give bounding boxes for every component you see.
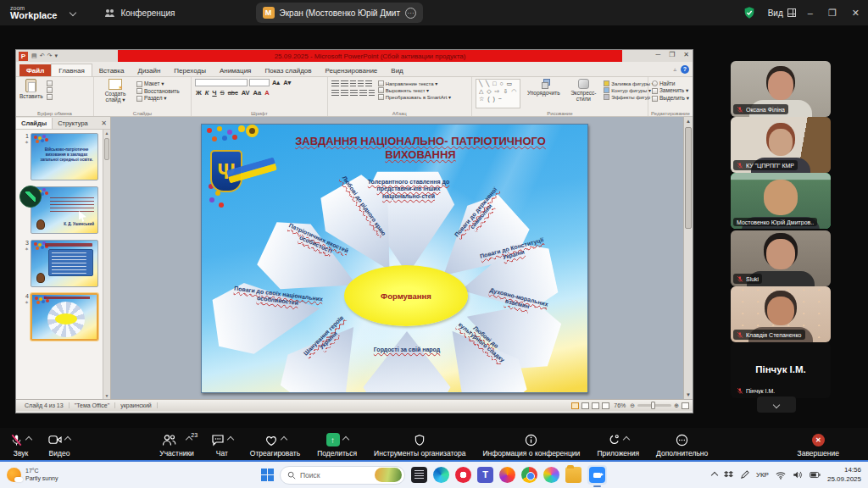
participant-tile[interactable]: КУ "ЦПРПП" КМР [731, 117, 831, 173]
taskbar-app-chrome[interactable] [521, 467, 537, 483]
columns-button[interactable] [369, 90, 375, 97]
taskbar-app-zoom-active[interactable] [587, 465, 607, 485]
zoom-in-button[interactable]: ⊕ [674, 402, 679, 409]
numbering-button[interactable] [341, 80, 348, 87]
ribbon-tab-review[interactable]: Рецензирование [319, 64, 385, 76]
ribbon-tab-file[interactable]: Файл [19, 64, 51, 76]
quick-styles-button[interactable]: Экспресс-стили [566, 79, 600, 108]
security-shield-icon[interactable] [743, 6, 756, 19]
justify-button[interactable] [359, 90, 367, 97]
font-name-select[interactable] [195, 79, 248, 86]
text-direction-button[interactable]: Направление текста ▾ [378, 80, 451, 86]
shadow-button[interactable]: abc [227, 89, 239, 97]
find-button[interactable]: Найти [652, 80, 689, 86]
shrink-font-button[interactable]: A▾ [282, 79, 292, 86]
convert-smartart-button[interactable]: Преобразовать в SmartArt ▾ [378, 94, 451, 100]
language-switcher[interactable]: УКР [756, 471, 769, 479]
ppt-minimize-button[interactable]: ─ [655, 51, 660, 58]
ribbon-tab-insert[interactable]: Вставка [92, 64, 131, 76]
chat-button[interactable]: Чат [209, 431, 235, 458]
language-indicator[interactable]: украинский [115, 402, 158, 408]
fit-to-window-button[interactable] [682, 402, 689, 409]
taskbar-app-edge[interactable] [433, 467, 449, 483]
normal-view-button[interactable] [571, 402, 579, 409]
end-meeting-button[interactable]: ✕ Завершение [796, 431, 841, 458]
layout-button[interactable]: Макет ▾ [136, 80, 180, 87]
zoom-annotate-button[interactable] [19, 186, 42, 208]
reading-view-button[interactable] [592, 402, 599, 409]
volume-icon[interactable] [793, 470, 803, 480]
meeting-info-button[interactable]: Информация о конференции [481, 431, 581, 458]
select-button[interactable]: Выделить ▾ [652, 95, 689, 102]
tab-outline[interactable]: Структура [53, 118, 93, 129]
taskbar-app-firefox[interactable] [499, 467, 515, 483]
align-center-button[interactable] [341, 90, 348, 97]
tab-slides[interactable]: Слайды [16, 118, 53, 129]
new-slide-button[interactable]: Создать слайд ▾ [97, 79, 133, 108]
line-spacing-button[interactable] [365, 80, 372, 87]
more-button[interactable]: Дополнительно [654, 431, 709, 458]
taskbar-app-teams[interactable]: T [477, 467, 493, 483]
video-button[interactable]: Видео [47, 431, 72, 458]
audio-button[interactable]: Звук [8, 431, 33, 458]
arrange-button[interactable]: Упорядочить [524, 79, 563, 108]
change-case-button[interactable]: Aa [253, 89, 263, 97]
taskbar-app-explorer[interactable] [565, 467, 581, 483]
shape-fill-button[interactable]: Заливка фигуры ▾ [604, 80, 654, 86]
canvas-scrollbar[interactable]: ▲▼ [683, 117, 693, 399]
start-button[interactable] [261, 469, 274, 481]
search-highlight-image[interactable] [375, 468, 402, 482]
paste-button[interactable]: Вставить [19, 79, 43, 108]
ribbon-tab-design[interactable]: Дизайн [131, 64, 167, 76]
align-left-button[interactable] [331, 90, 339, 97]
section-button[interactable]: Раздел ▾ [136, 95, 180, 102]
underline-button[interactable]: Ч [211, 89, 217, 97]
align-right-button[interactable] [350, 90, 358, 97]
help-icon[interactable]: ? [681, 65, 689, 74]
replace-button[interactable]: Заменить ▾ [652, 87, 689, 94]
restore-button[interactable]: ❐ [828, 8, 837, 19]
italic-button[interactable]: К [204, 89, 210, 97]
ribbon-tab-home[interactable]: Главная [51, 64, 92, 76]
minimize-button[interactable]: – [808, 8, 813, 19]
grow-font-button[interactable]: A▴ [271, 79, 281, 86]
taskbar-app-notepad[interactable] [411, 467, 427, 483]
bold-button[interactable]: Ж [195, 89, 203, 97]
slide-counter[interactable]: Слайд 4 из 13 [19, 402, 70, 408]
ppt-restore-button[interactable]: ❐ [669, 51, 675, 58]
sorter-view-button[interactable] [581, 402, 589, 409]
participant-tile[interactable]: Оксана Філіна [731, 61, 831, 117]
cut-button[interactable] [47, 80, 53, 86]
close-button[interactable]: ✕ [852, 8, 860, 19]
audio-options-chevron[interactable] [25, 436, 32, 443]
battery-icon[interactable] [810, 471, 821, 479]
participant-tile[interactable]: Клавдія Степаненко [731, 286, 831, 342]
slideshow-view-button[interactable] [602, 402, 609, 409]
tray-dropbox-icon[interactable] [724, 470, 733, 480]
apps-button[interactable]: Приложения [595, 431, 641, 458]
theme-indicator[interactable]: "Тема Office" [70, 402, 116, 408]
font-size-select[interactable] [249, 79, 270, 86]
current-slide[interactable]: Ψ ЗАВДАННЯ НАЦІОНАЛЬНО- ПАТРІОТИЧНОГО ВИ… [201, 124, 588, 393]
quick-access-toolbar[interactable]: ▤↶↷▾ [31, 53, 58, 59]
react-button[interactable]: Отреагировать [248, 431, 302, 458]
strikethrough-button[interactable]: S [220, 89, 225, 97]
tab-screen-share[interactable]: M Экран (Мостовенко Юрій Дмит ⋯ [256, 3, 424, 23]
video-options-chevron[interactable] [64, 436, 71, 443]
slide-thumbnail-3[interactable]: 3✶ [18, 240, 102, 287]
ribbon-tab-animation[interactable]: Анимация [213, 64, 259, 76]
participant-tile[interactable]: Sluki [731, 230, 831, 286]
participants-button[interactable]: 23 Участники [158, 431, 196, 458]
search-box[interactable]: Поиск [280, 466, 405, 485]
weather-widget[interactable]: 17°C Partly sunny [7, 468, 58, 483]
shapes-gallery[interactable]: ╲ ╲ □ ○ ▭ △ ◇ ⇨ ⇩ ◠ ☆ ( ) ~ [476, 79, 520, 108]
ribbon-collapse-icon[interactable]: ▵ [673, 66, 676, 73]
slide-thumbnail-4-selected[interactable]: 4✶ [18, 293, 102, 341]
pane-close-icon[interactable]: ✕ [101, 119, 107, 127]
wifi-icon[interactable] [776, 471, 786, 480]
font-color-button[interactable]: A [264, 89, 270, 97]
indent-decrease-button[interactable] [350, 80, 356, 87]
petal-text-tolerance[interactable]: Толерантного ставлення до представни-ків… [366, 179, 451, 200]
taskbar-app-browser[interactable] [543, 467, 559, 483]
align-text-button[interactable]: Выровнять текст ▾ [378, 87, 451, 93]
